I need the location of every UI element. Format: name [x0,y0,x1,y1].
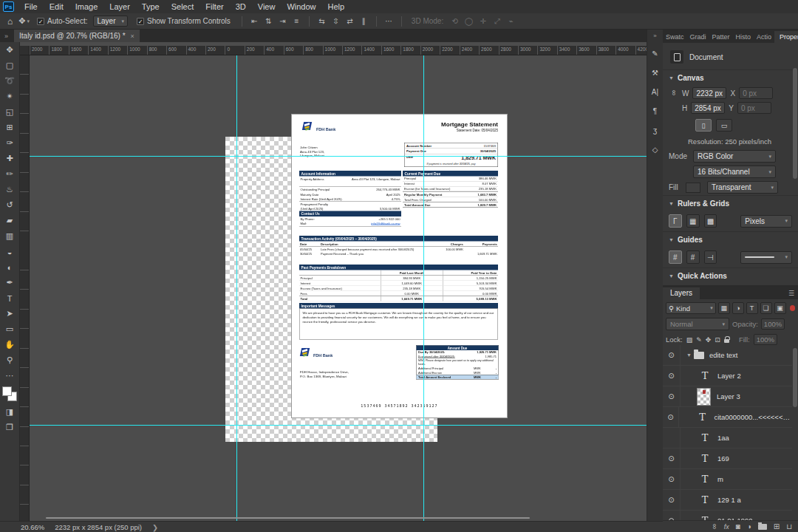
align-icon[interactable]: ≡ [290,16,304,27]
screen-mode-button[interactable]: ❐ [1,420,18,435]
layer-effects-icon[interactable]: fx [724,523,729,531]
layer-row[interactable]: ⊙ T Layer 2 [663,366,792,386]
layer-row[interactable]: ⊙ ▼ edite text [663,345,792,366]
tab-gradients[interactable]: Gradi [687,31,709,43]
width-field[interactable]: 2232 px [692,87,726,99]
visibility-eye-icon[interactable]: ⊙ [663,449,681,468]
close-icon[interactable]: × [131,33,134,40]
menu-item[interactable]: Help [322,0,351,13]
layer-thumbnail[interactable] [697,388,711,406]
statement-document[interactable]: FDH Bank Mortgage Statement Statement Da… [292,115,507,417]
link-dimensions-icon[interactable]: ∞ [670,90,678,95]
status-options-icon[interactable]: ❯ [152,523,158,531]
distribute-icon[interactable]: ⇄ [343,16,357,27]
vertical-ruler[interactable] [20,55,30,521]
menu-item[interactable]: Image [69,0,104,13]
chevron-down-icon[interactable]: ▼ [686,352,692,358]
quick-actions-header[interactable]: ▼Quick Actions [663,267,798,284]
visibility-eye-icon[interactable]: ⊙ [663,386,681,406]
toolbar-collapse-icon[interactable]: » [4,33,8,40]
bit-depth-dropdown[interactable]: 16 Bits/Channel▾ [693,166,776,178]
mail-link[interactable]: info@fdhbank.co.mw [371,222,400,225]
tool-button[interactable]: ▰ [1,213,18,228]
new-group-icon[interactable] [758,524,767,530]
menu-item[interactable]: Layer [103,0,136,13]
panel-menu-icon[interactable]: ☰ [788,290,794,299]
menu-item[interactable]: File [18,0,44,13]
ruler-units-dropdown[interactable]: Pixels▾ [740,215,792,228]
tab-swatches[interactable]: Swatc [663,31,687,43]
adjustment-layer-icon[interactable]: ◑ [747,522,751,531]
layer-row[interactable]: ⊙ T 169 [663,449,792,469]
expand-panels-icon[interactable]: » [653,33,656,39]
lock-position-icon[interactable]: ✥ [706,336,712,344]
color-swatches[interactable] [2,386,17,401]
menu-item[interactable]: 3D [230,0,252,13]
toggle-rulers-icon[interactable]: Γ [669,214,682,228]
tool-button[interactable]: ◱ [1,104,18,120]
toggle-guides-icon[interactable]: # [669,250,682,264]
tool-button[interactable]: ⊞ [1,120,18,135]
tool-button[interactable]: ⋯ [1,368,18,383]
vertical-guide[interactable] [236,55,237,521]
toggle-pixel-grid-icon[interactable]: ▩ [704,214,717,228]
distribute-icon[interactable]: ⇆ [315,16,329,27]
tool-button[interactable]: T [1,290,18,306]
filtering-toggle[interactable] [790,305,795,311]
layer-row[interactable]: ⊙ T cita0000000...<<<<<<<<0 d [663,407,792,428]
layer-row[interactable]: ⊙ T 01.01.1990 [663,511,792,520]
fill-dropdown[interactable]: Transparent▾ [707,181,778,194]
layer-mask-icon[interactable]: ◙ [736,522,740,531]
scrollbar[interactable] [793,68,797,179]
horizontal-ruler[interactable]: 2000180016001400120010008006004002000200… [30,46,647,55]
menu-item[interactable]: Filter [200,0,229,13]
filter-type-layers-icon[interactable]: T [746,302,758,314]
visibility-eye-icon[interactable]: ⊙ [663,490,681,510]
menu-item[interactable]: Select [166,0,200,13]
show-transform-checkbox[interactable]: ✓ [137,18,144,25]
menu-item[interactable]: Type [136,0,166,13]
portrait-orientation-button[interactable]: ▯ [695,119,712,132]
panel-icon[interactable]: ◇ [648,141,663,157]
align-icon[interactable]: ⇥ [276,16,290,27]
tab-actions[interactable]: Actio [754,31,774,43]
move-tool-icon[interactable]: ✥ [18,16,25,26]
visibility-eye-icon[interactable] [663,428,681,448]
tool-button[interactable]: ▢ [1,58,18,73]
toggle-grid-icon[interactable]: ▦ [686,214,700,228]
distribute-icon[interactable]: ∥ [357,16,371,27]
visibility-eye-icon[interactable]: ⊙ [663,469,681,489]
tool-button[interactable]: ▥ [1,228,18,244]
layer-filter-dropdown[interactable]: ⚲Kind▾ [666,302,716,314]
guides-header[interactable]: ▼Guides [663,231,798,248]
distribute-icon[interactable]: ⇳ [329,16,343,27]
horizontal-guide[interactable] [30,425,647,426]
tool-button[interactable]: ✏ [1,166,18,182]
canvas-area[interactable]: FDH Bank Mortgage Statement Statement Da… [30,55,647,521]
color-mode-dropdown[interactable]: RGB Color▾ [693,150,776,163]
document-tab[interactable]: Italy id.psd @ 20.7% (RGB/16) * × [14,30,140,42]
tool-button[interactable]: ➤ [1,306,18,321]
align-icon[interactable]: ⇅ [262,16,276,27]
tab-properties[interactable]: Properties [774,31,798,43]
home-icon[interactable]: ⌂ [7,16,13,27]
fill-swatch[interactable] [686,183,700,193]
filter-pixel-layers-icon[interactable]: ▦ [718,302,730,314]
lock-all-icon[interactable] [724,339,729,343]
auto-select-target-dropdown[interactable]: Layer▾ [93,16,128,27]
filter-smart-objects-icon[interactable]: ▣ [774,302,786,314]
auto-select-checkbox[interactable]: ✓ [37,18,44,25]
visibility-eye-icon[interactable]: ⊙ [663,511,681,520]
menu-item[interactable]: Edit [44,0,69,13]
filter-shape-layers-icon[interactable]: ❏ [760,302,772,314]
tool-button[interactable]: ▭ [1,321,18,337]
tool-button[interactable]: ➰ [1,73,18,89]
panel-icon[interactable]: ✎ [648,45,663,61]
tab-history[interactable]: Histo [733,31,754,43]
layer-row[interactable]: ⊙ T 129 1 a [663,490,792,511]
filter-adjustment-layers-icon[interactable]: ◑ [732,302,744,314]
menu-item[interactable]: View [252,0,282,13]
panel-icon[interactable]: ʒ [648,122,663,138]
tool-button[interactable]: ✑ [1,135,18,151]
visibility-eye-icon[interactable]: ⊙ [663,407,679,427]
